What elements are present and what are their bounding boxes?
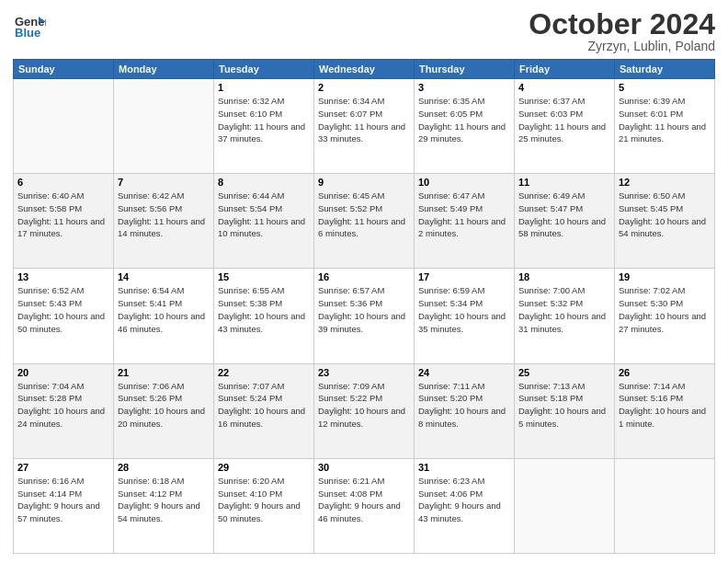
- day-number: 5: [619, 82, 711, 93]
- day-number: 22: [218, 367, 310, 378]
- calendar-cell: 7Sunrise: 6:42 AM Sunset: 5:56 PM Daylig…: [114, 174, 214, 269]
- day-number: 19: [619, 271, 711, 282]
- calendar-cell: 11Sunrise: 6:49 AM Sunset: 5:47 PM Dayli…: [515, 174, 615, 269]
- day-info: Sunrise: 6:32 AM Sunset: 6:10 PM Dayligh…: [218, 95, 310, 145]
- day-info: Sunrise: 6:34 AM Sunset: 6:07 PM Dayligh…: [318, 95, 410, 145]
- month-title: October 2024: [529, 9, 715, 39]
- day-info: Sunrise: 6:18 AM Sunset: 4:12 PM Dayligh…: [118, 475, 210, 525]
- day-number: 21: [118, 367, 210, 378]
- day-info: Sunrise: 7:13 AM Sunset: 5:18 PM Dayligh…: [518, 380, 610, 431]
- calendar-cell: 15Sunrise: 6:55 AM Sunset: 5:38 PM Dayli…: [214, 269, 314, 363]
- day-info: Sunrise: 6:44 AM Sunset: 5:54 PM Dayligh…: [218, 190, 310, 240]
- calendar-cell: 6Sunrise: 6:40 AM Sunset: 5:58 PM Daylig…: [14, 174, 114, 269]
- day-number: 18: [518, 271, 610, 282]
- day-number: 30: [318, 462, 410, 473]
- day-info: Sunrise: 6:37 AM Sunset: 6:03 PM Dayligh…: [518, 95, 610, 145]
- day-number: 1: [218, 82, 310, 93]
- calendar-cell: 3Sunrise: 6:35 AM Sunset: 6:05 PM Daylig…: [415, 79, 515, 174]
- calendar-cell: 1Sunrise: 6:32 AM Sunset: 6:10 PM Daylig…: [214, 79, 314, 174]
- calendar-table: SundayMondayTuesdayWednesdayThursdayFrid…: [13, 59, 715, 554]
- day-info: Sunrise: 6:45 AM Sunset: 5:52 PM Dayligh…: [318, 190, 410, 240]
- day-number: 15: [218, 271, 310, 282]
- day-number: 7: [118, 177, 210, 188]
- day-info: Sunrise: 6:35 AM Sunset: 6:05 PM Dayligh…: [418, 95, 510, 145]
- weekday-header: Sunday: [14, 60, 114, 79]
- calendar-cell: 22Sunrise: 7:07 AM Sunset: 5:24 PM Dayli…: [214, 363, 314, 458]
- calendar-cell: 25Sunrise: 7:13 AM Sunset: 5:18 PM Dayli…: [515, 363, 615, 458]
- weekday-header: Wednesday: [314, 60, 415, 79]
- weekday-header: Tuesday: [214, 60, 314, 79]
- day-info: Sunrise: 6:55 AM Sunset: 5:38 PM Dayligh…: [218, 284, 310, 335]
- calendar-cell: 30Sunrise: 6:21 AM Sunset: 4:08 PM Dayli…: [314, 458, 415, 553]
- weekday-header: Thursday: [415, 60, 515, 79]
- day-number: 4: [518, 82, 610, 93]
- day-number: 27: [17, 462, 109, 473]
- calendar-cell: 20Sunrise: 7:04 AM Sunset: 5:28 PM Dayli…: [14, 363, 114, 458]
- calendar-cell: [515, 458, 615, 553]
- day-info: Sunrise: 7:04 AM Sunset: 5:28 PM Dayligh…: [17, 380, 109, 431]
- day-number: 23: [318, 367, 410, 378]
- day-info: Sunrise: 6:50 AM Sunset: 5:45 PM Dayligh…: [619, 190, 711, 240]
- calendar-cell: 16Sunrise: 6:57 AM Sunset: 5:36 PM Dayli…: [314, 269, 415, 363]
- calendar-cell: 24Sunrise: 7:11 AM Sunset: 5:20 PM Dayli…: [415, 363, 515, 458]
- day-info: Sunrise: 7:11 AM Sunset: 5:20 PM Dayligh…: [418, 380, 510, 431]
- calendar-cell: 4Sunrise: 6:37 AM Sunset: 6:03 PM Daylig…: [515, 79, 615, 174]
- day-info: Sunrise: 7:02 AM Sunset: 5:30 PM Dayligh…: [619, 284, 711, 335]
- day-info: Sunrise: 6:16 AM Sunset: 4:14 PM Dayligh…: [17, 475, 109, 525]
- day-number: 8: [218, 177, 310, 188]
- calendar-cell: [14, 79, 114, 174]
- calendar-cell: 9Sunrise: 6:45 AM Sunset: 5:52 PM Daylig…: [314, 174, 415, 269]
- day-info: Sunrise: 6:40 AM Sunset: 5:58 PM Dayligh…: [17, 190, 109, 240]
- calendar-cell: 21Sunrise: 7:06 AM Sunset: 5:26 PM Dayli…: [114, 363, 214, 458]
- calendar-cell: 14Sunrise: 6:54 AM Sunset: 5:41 PM Dayli…: [114, 269, 214, 363]
- day-number: 13: [17, 271, 109, 282]
- day-info: Sunrise: 6:23 AM Sunset: 4:06 PM Dayligh…: [418, 475, 510, 525]
- calendar-cell: 23Sunrise: 7:09 AM Sunset: 5:22 PM Dayli…: [314, 363, 415, 458]
- day-info: Sunrise: 7:07 AM Sunset: 5:24 PM Dayligh…: [218, 380, 310, 431]
- calendar-cell: 2Sunrise: 6:34 AM Sunset: 6:07 PM Daylig…: [314, 79, 415, 174]
- calendar-cell: 18Sunrise: 7:00 AM Sunset: 5:32 PM Dayli…: [515, 269, 615, 363]
- header: General Blue October 2024 Zyrzyn, Lublin…: [13, 9, 715, 53]
- day-number: 17: [418, 271, 510, 282]
- day-info: Sunrise: 6:59 AM Sunset: 5:34 PM Dayligh…: [418, 284, 510, 335]
- day-number: 24: [418, 367, 510, 378]
- day-info: Sunrise: 6:52 AM Sunset: 5:43 PM Dayligh…: [17, 284, 109, 335]
- day-info: Sunrise: 6:20 AM Sunset: 4:10 PM Dayligh…: [218, 475, 310, 525]
- day-number: 2: [318, 82, 410, 93]
- day-number: 12: [619, 177, 711, 188]
- logo-icon: General Blue: [13, 9, 46, 42]
- day-info: Sunrise: 7:06 AM Sunset: 5:26 PM Dayligh…: [118, 380, 210, 431]
- day-number: 3: [418, 82, 510, 93]
- day-info: Sunrise: 7:09 AM Sunset: 5:22 PM Dayligh…: [318, 380, 410, 431]
- calendar-cell: 28Sunrise: 6:18 AM Sunset: 4:12 PM Dayli…: [114, 458, 214, 553]
- calendar-cell: 27Sunrise: 6:16 AM Sunset: 4:14 PM Dayli…: [14, 458, 114, 553]
- calendar-cell: 26Sunrise: 7:14 AM Sunset: 5:16 PM Dayli…: [615, 363, 715, 458]
- calendar-cell: [615, 458, 715, 553]
- calendar-cell: 13Sunrise: 6:52 AM Sunset: 5:43 PM Dayli…: [14, 269, 114, 363]
- calendar-cell: 19Sunrise: 7:02 AM Sunset: 5:30 PM Dayli…: [615, 269, 715, 363]
- day-number: 26: [619, 367, 711, 378]
- day-info: Sunrise: 7:14 AM Sunset: 5:16 PM Dayligh…: [619, 380, 711, 431]
- calendar-cell: 17Sunrise: 6:59 AM Sunset: 5:34 PM Dayli…: [415, 269, 515, 363]
- day-info: Sunrise: 7:00 AM Sunset: 5:32 PM Dayligh…: [518, 284, 610, 335]
- day-number: 29: [218, 462, 310, 473]
- day-number: 10: [418, 177, 510, 188]
- day-info: Sunrise: 6:49 AM Sunset: 5:47 PM Dayligh…: [518, 190, 610, 240]
- weekday-header: Monday: [114, 60, 214, 79]
- day-number: 14: [118, 271, 210, 282]
- calendar-cell: 8Sunrise: 6:44 AM Sunset: 5:54 PM Daylig…: [214, 174, 314, 269]
- day-info: Sunrise: 6:21 AM Sunset: 4:08 PM Dayligh…: [318, 475, 410, 525]
- day-info: Sunrise: 6:39 AM Sunset: 6:01 PM Dayligh…: [619, 95, 711, 145]
- day-number: 9: [318, 177, 410, 188]
- day-number: 31: [418, 462, 510, 473]
- day-info: Sunrise: 6:54 AM Sunset: 5:41 PM Dayligh…: [118, 284, 210, 335]
- svg-text:Blue: Blue: [15, 26, 40, 40]
- calendar-cell: 10Sunrise: 6:47 AM Sunset: 5:49 PM Dayli…: [415, 174, 515, 269]
- day-info: Sunrise: 6:47 AM Sunset: 5:49 PM Dayligh…: [418, 190, 510, 240]
- day-number: 25: [518, 367, 610, 378]
- day-number: 20: [17, 367, 109, 378]
- day-number: 6: [17, 177, 109, 188]
- day-number: 11: [518, 177, 610, 188]
- day-info: Sunrise: 6:42 AM Sunset: 5:56 PM Dayligh…: [118, 190, 210, 240]
- calendar-cell: 5Sunrise: 6:39 AM Sunset: 6:01 PM Daylig…: [615, 79, 715, 174]
